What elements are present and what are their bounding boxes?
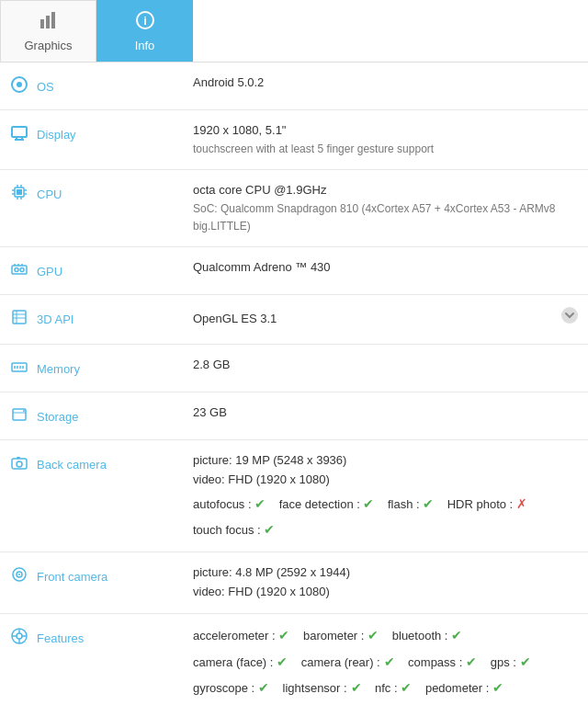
tab-graphics-label: Graphics — [24, 39, 72, 52]
svg-rect-2 — [51, 12, 55, 28]
back-camera-features-line2: touch focus : ✔ — [193, 519, 579, 540]
autofocus-check: ✔ — [254, 496, 266, 511]
svg-point-22 — [15, 268, 18, 272]
features-line3: gyroscope : ✔ lightsensor : ✔ nfc : ✔ pe… — [193, 677, 579, 699]
svg-point-45 — [18, 574, 20, 575]
front-camera-icon — [9, 565, 29, 588]
storage-value: 23 GB — [184, 392, 588, 439]
table-row: Memory 2.8 GB — [0, 344, 588, 392]
back-camera-icon — [9, 453, 29, 476]
svg-rect-27 — [13, 311, 26, 324]
memory-label: Memory — [37, 362, 80, 376]
table-row: Storage 23 GB — [0, 392, 588, 439]
display-label-cell: Display — [0, 110, 184, 170]
svg-point-31 — [561, 307, 578, 324]
touch-focus-check: ✔ — [264, 522, 275, 537]
table-row: 3D API OpenGL ES 3.1 — [0, 295, 588, 345]
display-label: Display — [37, 128, 76, 142]
front-camera-label: Front camera — [37, 570, 107, 584]
os-value: Android 5.0.2 — [184, 63, 588, 110]
svg-rect-20 — [17, 189, 22, 195]
3dapi-dropdown-arrow[interactable] — [560, 306, 579, 333]
features-line2: camera (face) : ✔ camera (rear) : ✔ comp… — [193, 652, 579, 673]
table-row: OS Android 5.0.2 — [0, 63, 588, 110]
svg-point-41 — [17, 461, 22, 467]
os-label-cell: OS — [0, 63, 184, 110]
memory-label-cell: Memory — [0, 344, 184, 392]
face-detection-check: ✔ — [363, 496, 374, 511]
os-icon — [9, 75, 29, 98]
os-label: OS — [37, 80, 54, 94]
cpu-label: CPU — [37, 188, 62, 201]
display-icon — [9, 123, 29, 146]
back-camera-features-line1: autofocus : ✔ face detection : ✔ flash :… — [193, 494, 579, 515]
gpu-value: Qualcomm Adreno ™ 430 — [184, 247, 588, 295]
cpu-label-cell: CPU — [0, 169, 184, 246]
info-tab-icon: i — [135, 10, 155, 35]
back-camera-value: picture: 19 MP (5248 x 3936) video: FHD … — [184, 439, 588, 551]
storage-label: Storage — [37, 410, 79, 424]
3dapi-icon — [9, 308, 29, 331]
table-row: Back camera picture: 19 MP (5248 x 3936)… — [0, 439, 588, 551]
features-line1: accelerometer : ✔ barometer : ✔ bluetoot… — [193, 625, 579, 646]
storage-label-cell: Storage — [0, 392, 184, 439]
back-camera-label: Back camera — [37, 458, 107, 472]
svg-point-39 — [23, 410, 25, 412]
graphics-tab-icon — [39, 10, 59, 35]
table-row: GPU Qualcomm Adreno ™ 430 — [0, 247, 588, 295]
table-row: Front camera picture: 4.8 MP (2592 x 194… — [0, 552, 588, 614]
svg-text:i: i — [143, 14, 147, 28]
table-row: CPU octa core CPU @1.9GHz SoC: Qualcomm … — [0, 169, 588, 246]
gpu-icon — [9, 260, 29, 283]
info-table: OS Android 5.0.2 Display 1920 x 1080, 5.… — [0, 63, 588, 705]
back-camera-label-cell: Back camera — [0, 439, 184, 551]
tab-graphics[interactable]: Graphics — [0, 0, 96, 62]
memory-icon — [9, 358, 29, 381]
3dapi-label: 3D API — [37, 313, 74, 326]
features-label: Features — [37, 631, 84, 645]
table-row: Display 1920 x 1080, 5.1" touchscreen wi… — [0, 110, 588, 170]
svg-point-47 — [17, 633, 22, 639]
hdr-check: ✗ — [516, 496, 527, 511]
display-value: 1920 x 1080, 5.1" touchscreen with at le… — [184, 110, 588, 170]
features-label-cell: Features — [0, 613, 184, 705]
gpu-label: GPU — [37, 265, 62, 279]
3dapi-label-cell: 3D API — [0, 295, 184, 345]
svg-point-6 — [17, 82, 22, 87]
svg-rect-42 — [17, 457, 20, 459]
features-icon — [9, 627, 29, 650]
front-camera-value: picture: 4.8 MP (2592 x 1944) video: FHD… — [184, 552, 588, 614]
tabs-container: Graphics i Info — [0, 0, 588, 63]
front-camera-label-cell: Front camera — [0, 552, 184, 614]
3dapi-value: OpenGL ES 3.1 — [184, 295, 588, 345]
memory-value: 2.8 GB — [184, 344, 588, 392]
flash-check: ✔ — [423, 496, 434, 511]
table-row: Features accelerometer : ✔ barometer : ✔… — [0, 613, 588, 705]
svg-rect-1 — [46, 16, 50, 28]
gpu-label-cell: GPU — [0, 247, 184, 295]
cpu-icon — [9, 183, 29, 206]
svg-point-23 — [20, 268, 24, 272]
svg-rect-0 — [40, 19, 44, 28]
tab-info-label: Info — [135, 39, 155, 52]
storage-icon — [9, 405, 29, 428]
tab-info[interactable]: i Info — [96, 0, 193, 62]
features-value: accelerometer : ✔ barometer : ✔ bluetoot… — [184, 613, 588, 705]
svg-rect-7 — [12, 127, 27, 137]
cpu-value: octa core CPU @1.9GHz SoC: Qualcomm Snap… — [184, 169, 588, 246]
